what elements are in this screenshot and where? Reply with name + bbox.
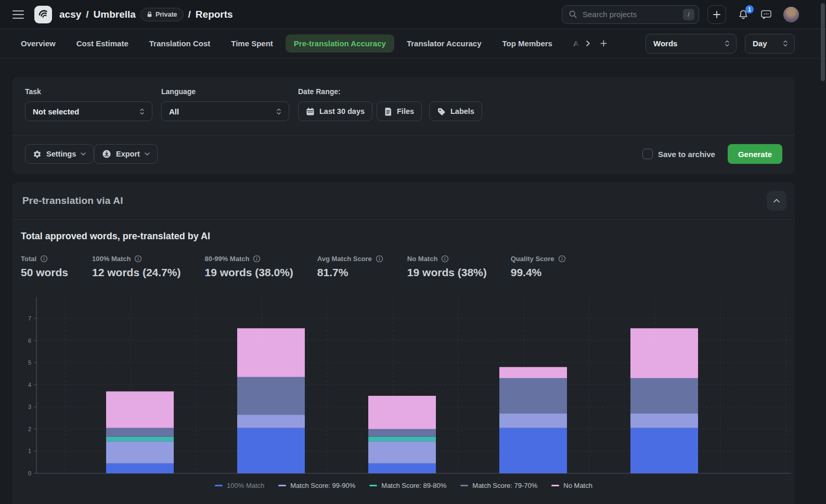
notifications-button[interactable]: 1 (738, 9, 749, 20)
legend-item-100-match[interactable]: 100% Match (215, 482, 264, 489)
y-axis-tick-label: 7 (28, 315, 31, 321)
search-input[interactable] (582, 9, 679, 19)
gear-icon (33, 150, 42, 159)
bar-segment-no-match[interactable] (630, 328, 698, 378)
legend-label: Match Score: 89-80% (381, 482, 446, 489)
select-arrows-icon (139, 108, 145, 115)
bar-segment-match-score-79-70[interactable] (499, 378, 567, 413)
unit-select[interactable]: Words (646, 34, 737, 54)
export-button[interactable]: Export (94, 144, 158, 164)
bar-segment-100-match[interactable] (237, 428, 305, 473)
bar-segment-match-score-99-90[interactable] (368, 441, 436, 463)
files-filter-button[interactable]: Files (377, 101, 422, 121)
tab-ar[interactable]: Ar (565, 34, 580, 53)
page-scrollbar-thumb[interactable] (821, 3, 825, 81)
tabs-scroll-right-button[interactable] (580, 34, 596, 53)
bar-segment-no-match[interactable] (368, 396, 436, 429)
tab-top-members[interactable]: Top Members (494, 34, 561, 53)
chevron-right-icon (585, 40, 591, 47)
bar-segment-match-score-99-90[interactable] (237, 415, 305, 428)
tab-translator-accuracy[interactable]: Translator Accuracy (398, 34, 490, 53)
unit-select-value: Words (653, 39, 677, 48)
chart-legend: 100% MatchMatch Score: 99-90%Match Score… (12, 482, 795, 489)
stat-avg-match-score: Avg Match Score81.7% (317, 255, 383, 279)
bar-segment-no-match[interactable] (106, 391, 174, 428)
report-tabs-bar: OverviewCost EstimateTranslation CostTim… (0, 29, 826, 58)
generate-button[interactable]: Generate (728, 144, 782, 164)
legend-label: Match Score: 79-70% (472, 482, 537, 489)
caret-down-icon (81, 152, 86, 156)
bar-segment-match-score-99-90[interactable] (630, 413, 698, 428)
breadcrumb-org[interactable]: acsy (59, 9, 81, 20)
plus-icon (600, 40, 608, 47)
bar-segment-match-score-99-90[interactable] (106, 441, 174, 463)
legend-item-match-score-99-90[interactable]: Match Score: 99-90% (278, 482, 355, 489)
select-arrows-icon (783, 40, 788, 47)
pretranslation-report-card: Pre-translation via AI Total approved wo… (12, 182, 795, 504)
labels-filter-label: Labels (450, 107, 474, 115)
bar-segment-match-score-79-70[interactable] (368, 429, 436, 437)
file-icon (384, 107, 392, 116)
chart-section-title: Total approved words, pre-translated by … (21, 231, 210, 242)
tab-translation-cost[interactable]: Translation Cost (141, 34, 219, 53)
bar-segment-match-score-79-70[interactable] (630, 378, 698, 413)
tab-time-spent[interactable]: Time Spent (223, 34, 281, 53)
bar-segment-match-score-79-70[interactable] (237, 377, 305, 415)
save-to-archive-checkbox[interactable] (642, 149, 653, 159)
legend-label: No Match (563, 482, 592, 489)
bar-segment-no-match[interactable] (499, 367, 567, 378)
breadcrumb: acsy / Umbrella Private / Reports (59, 8, 233, 21)
bar-segment-match-score-89-80[interactable] (368, 437, 436, 442)
date-range-button[interactable]: Last 30 days (298, 101, 372, 121)
search-shortcut-key: / (683, 9, 694, 20)
export-button-label: Export (116, 150, 140, 158)
stat-value: 19 words (38.0%) (204, 266, 293, 279)
labels-filter-button[interactable]: Labels (429, 101, 482, 121)
settings-button-label: Settings (46, 150, 76, 158)
save-to-archive-option[interactable]: Save to archive (642, 149, 715, 159)
y-axis-tick-label: 1 (28, 448, 31, 454)
tab-overview[interactable]: Overview (12, 34, 64, 53)
create-project-button[interactable] (707, 5, 726, 24)
tab-cost-estimate[interactable]: Cost Estimate (68, 34, 137, 53)
language-select[interactable]: All (161, 101, 289, 121)
breadcrumb-project[interactable]: Umbrella (94, 9, 136, 20)
bar-segment-match-score-89-80[interactable] (106, 437, 174, 442)
stat-label: 80-99% Match (204, 255, 249, 263)
settings-button[interactable]: Settings (25, 144, 94, 164)
add-report-tab-button[interactable] (596, 34, 612, 53)
legend-item-match-score-89-80[interactable]: Match Score: 89-80% (369, 482, 446, 489)
bar-segment-100-match[interactable] (106, 463, 174, 473)
messages-button[interactable] (760, 9, 772, 20)
stat-quality-score: Quality Score99.4% (511, 255, 566, 279)
stat-label: Quality Score (511, 255, 554, 263)
legend-item-match-score-79-70[interactable]: Match Score: 79-70% (460, 482, 537, 489)
y-axis-tick-label: 0 (28, 470, 31, 476)
stat-value: 50 words (21, 266, 68, 279)
menu-icon[interactable] (12, 10, 24, 19)
select-arrows-icon (276, 108, 281, 115)
app-logo[interactable] (34, 6, 52, 23)
legend-dash-icon (215, 485, 223, 486)
bar-segment-match-score-99-90[interactable] (499, 413, 567, 428)
period-select[interactable]: Day (745, 34, 795, 54)
user-avatar[interactable] (783, 7, 799, 22)
task-select[interactable]: Not selected (25, 101, 152, 121)
bar-segment-no-match[interactable] (237, 328, 305, 377)
collapse-card-button[interactable] (767, 191, 786, 211)
stat-total: Total50 words (21, 255, 68, 279)
y-axis-tick-label: 2 (28, 426, 31, 432)
legend-label: 100% Match (227, 482, 264, 489)
search-box[interactable]: / (562, 5, 699, 24)
pretranslation-stacked-bar-chart: 01234567 (12, 294, 795, 477)
bar-segment-100-match[interactable] (630, 428, 698, 473)
logo-icon (34, 6, 52, 23)
date-range-label: Date Range: (298, 87, 341, 96)
legend-dash-icon (551, 485, 559, 486)
bar-segment-100-match[interactable] (499, 428, 567, 473)
stat-no-match: No Match19 words (38%) (407, 255, 487, 279)
tab-pre-translation-accuracy[interactable]: Pre-translation Accuracy (286, 34, 394, 53)
legend-item-no-match[interactable]: No Match (551, 482, 592, 489)
bar-segment-match-score-79-70[interactable] (106, 428, 174, 437)
bar-segment-100-match[interactable] (368, 463, 436, 473)
